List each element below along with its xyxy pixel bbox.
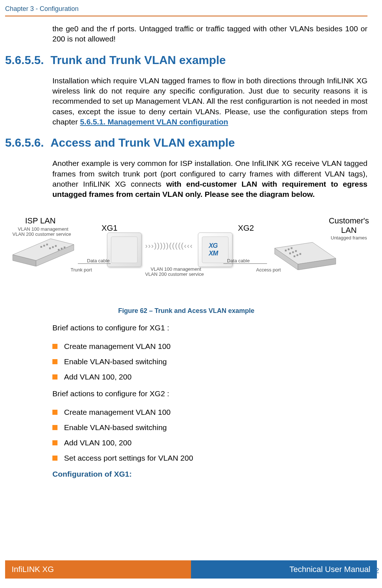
svg-rect-22 (297, 254, 298, 256)
bullet-icon (52, 344, 57, 349)
section-5655-title: Trunk and Trunk VLAN example (51, 53, 226, 67)
svg-rect-21 (294, 255, 295, 257)
svg-rect-19 (292, 251, 294, 253)
svg-rect-23 (299, 253, 301, 255)
bullet-icon (52, 440, 57, 445)
isp-sub2: VLAN 200 customer service (12, 231, 71, 237)
list-text: Enable VLAN-based switching (64, 423, 167, 432)
xgxm-label: XG XM (209, 242, 222, 257)
list-item: Add VLAN 100, 200 (52, 438, 367, 447)
svg-rect-4 (43, 245, 45, 247)
page-number: 82 (371, 567, 379, 575)
middle-sub2: VLAN 200 customer service (145, 271, 204, 277)
list-text: Set access port settings for VLAN 200 (64, 454, 193, 462)
svg-rect-9 (58, 249, 60, 251)
customer-switch (267, 241, 343, 270)
section-5656-para: Another example is very common for ISP i… (52, 158, 367, 199)
svg-rect-11 (64, 246, 65, 248)
svg-rect-17 (291, 247, 293, 249)
list-text: Create management VLAN 100 (64, 408, 171, 417)
list-text: Add VLAN 100, 200 (64, 438, 132, 447)
connector-left (78, 263, 111, 264)
xg1-list: Create management VLAN 100 Enable VLAN-b… (52, 342, 367, 381)
trunk-port-label: Trunk port (71, 267, 92, 273)
intro-paragraph: the ge0 and the rf ports. Untagged traff… (52, 24, 367, 44)
xg1-intro: Brief actions to configure for XG1 : (52, 323, 367, 333)
svg-rect-16 (288, 249, 290, 250)
svg-rect-3 (40, 246, 42, 248)
list-text: Add VLAN 100, 200 (64, 373, 132, 381)
xg1-device (107, 233, 142, 267)
switch-icon (267, 241, 343, 270)
section-5655-para: Installation which require VLAN tagged f… (52, 76, 367, 127)
bullet-icon (52, 456, 57, 461)
link-mgmt-vlan-config[interactable]: 5.6.5.1. Management VLAN configuration (80, 118, 228, 126)
connector-right (223, 263, 267, 264)
bullet-icon (52, 425, 57, 430)
page-footer: InfiLINK XG Technical User Manual (5, 560, 377, 579)
footer-left: InfiLINK XG (5, 560, 191, 579)
header-rule (5, 16, 367, 16)
svg-rect-8 (55, 245, 57, 247)
bullet-icon (52, 410, 57, 415)
list-item: Set access port settings for VLAN 200 (52, 454, 367, 462)
middle-sub1: VLAN 100 management (151, 266, 201, 272)
config-xg1-heading: Configuration of XG1: (52, 470, 367, 478)
svg-rect-15 (285, 250, 287, 251)
xg2-intro: Brief actions to configure for XG2 : (52, 389, 367, 399)
section-5655-heading: 5.6.5.5.Trunk and Trunk VLAN example (5, 53, 367, 67)
bullet-icon (52, 374, 57, 380)
svg-rect-10 (61, 248, 63, 250)
wireless-waves-icon: › › › ) ) ) ) ) ( ( ( ( ( ‹ ‹ ‹ (145, 242, 192, 250)
bullet-icon (52, 359, 57, 364)
svg-rect-20 (295, 250, 297, 252)
xg1-label: XG1 (102, 223, 118, 233)
isp-switch (5, 237, 81, 266)
svg-rect-18 (289, 253, 291, 254)
svg-rect-5 (46, 243, 48, 245)
list-item: Add VLAN 100, 200 (52, 373, 367, 381)
list-text: Create management VLAN 100 (64, 342, 171, 351)
svg-rect-7 (52, 246, 54, 248)
section-5656-title: Access and Trunk VLAN example (51, 136, 235, 149)
data-cable-left: Data cable (87, 258, 110, 263)
list-item: Create management VLAN 100 (52, 342, 367, 351)
access-port-label: Access port (256, 267, 281, 273)
list-item: Enable VLAN-based switching (52, 423, 367, 432)
footer-right: Technical User Manual (191, 560, 377, 579)
chapter-header: Chapter 3 - Configuration (5, 5, 367, 13)
figure-62-diagram: ISP LAN VLAN 100 management VLAN 200 cus… (5, 209, 367, 300)
xg2-list: Create management VLAN 100 Enable VLAN-b… (52, 408, 367, 462)
xg2-label: XG2 (238, 223, 254, 233)
list-text: Enable VLAN-based switching (64, 357, 167, 366)
list-item: Create management VLAN 100 (52, 408, 367, 417)
cust-lan-label: Customer's LAN (325, 216, 373, 235)
svg-rect-6 (49, 247, 51, 249)
section-5656-num: 5.6.5.6. (5, 136, 44, 149)
isp-sub1: VLAN 100 management (18, 226, 68, 232)
section-5656-heading: 5.6.5.6.Access and Trunk VLAN example (5, 136, 367, 150)
switch-icon (5, 237, 81, 266)
data-cable-right: Data cable (227, 258, 250, 263)
list-item: Enable VLAN-based switching (52, 357, 367, 366)
isp-lan-label: ISP LAN (25, 216, 56, 226)
figure-caption: Figure 62 – Trunk and Acess VLAN example (5, 307, 367, 315)
cust-sub: Untagged frames (331, 235, 367, 241)
section-5655-num: 5.6.5.5. (5, 53, 44, 67)
